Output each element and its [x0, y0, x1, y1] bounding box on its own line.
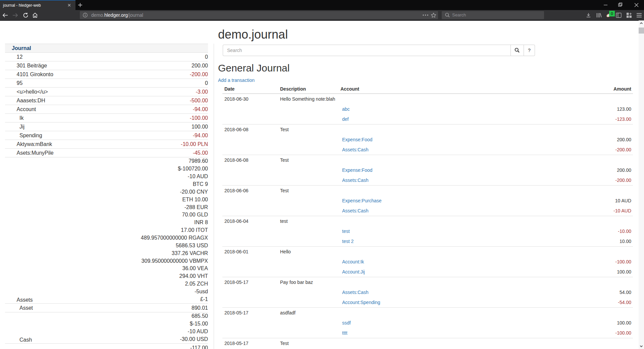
svg-text:0: 0 — [611, 11, 613, 16]
